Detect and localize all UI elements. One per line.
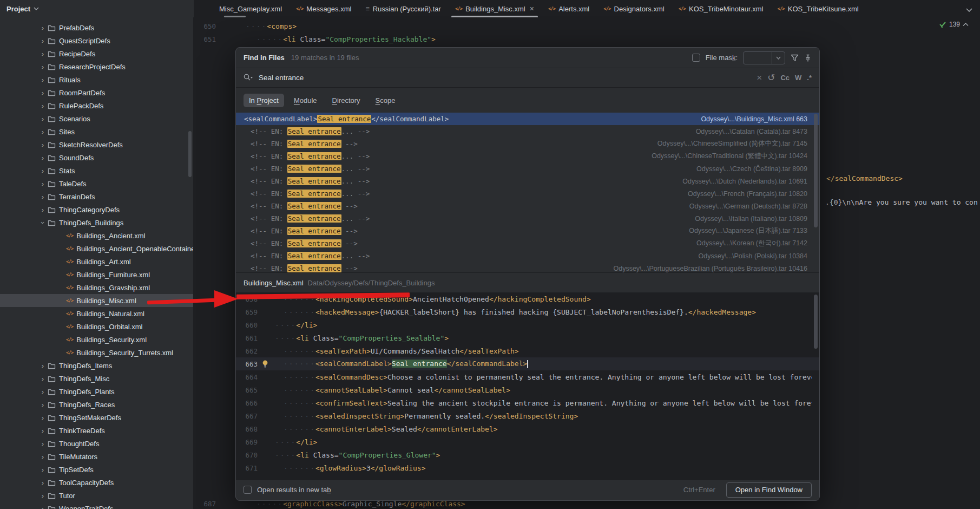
chevron-collapsed-icon[interactable]: › [39, 440, 47, 448]
filter-icon[interactable] [791, 54, 799, 62]
chevron-collapsed-icon[interactable]: › [39, 388, 47, 396]
preview-line[interactable]: 668······<cannotEnterLabel>Sealed</canno… [236, 422, 819, 435]
tree-item-sites[interactable]: ›Sites [0, 125, 194, 138]
match-case-toggle[interactable]: Cc [780, 74, 790, 82]
result-row[interactable]: <!-- EN: Seal entrance... -->Odyssey\...… [236, 162, 819, 175]
chevron-collapsed-icon[interactable]: › [39, 37, 47, 45]
tree-item-tipsetdefs[interactable]: ›TipSetDefs [0, 463, 194, 476]
tree-item-buildings-security-xml[interactable]: </>Buildings_Security.xml [0, 333, 194, 346]
tree-item-thinktreedefs[interactable]: ›ThinkTreeDefs [0, 424, 194, 437]
tree-item-toolcapacitydefs[interactable]: ›ToolCapacityDefs [0, 476, 194, 489]
preview-line[interactable]: 660····</li> [236, 318, 819, 331]
tree-item-thingcategorydefs[interactable]: ›ThingCategoryDefs [0, 203, 194, 216]
search-icon[interactable] [244, 74, 253, 82]
tree-item-thingsetmakerdefs[interactable]: ›ThingSetMakerDefs [0, 411, 194, 424]
preview-scrollbar[interactable] [814, 295, 818, 349]
tree-item-roompartdefs[interactable]: ›RoomPartDefs [0, 86, 194, 99]
result-row[interactable]: <!-- EN: Seal entrance -->Odyssey\...\Ch… [236, 138, 819, 150]
tab-misc-gameplay-xml[interactable]: Misc_Gameplay.xml [212, 0, 289, 17]
tree-item-sketchresolverdefs[interactable]: ›SketchResolverDefs [0, 138, 194, 151]
tree-item-taledefs[interactable]: ›TaleDefs [0, 177, 194, 190]
tab-designators-xml[interactable]: </>Designators.xml [596, 0, 671, 17]
chevron-collapsed-icon[interactable]: › [39, 193, 47, 201]
preview-line[interactable]: 659······<hackedMessage>{HACKER_labelSho… [236, 305, 819, 318]
preview-line[interactable]: 670····<li Class="CompProperties_Glower"… [236, 448, 819, 461]
chevron-collapsed-icon[interactable]: › [39, 180, 47, 188]
chevron-collapsed-icon[interactable]: › [39, 76, 47, 84]
close-icon[interactable]: × [530, 4, 534, 13]
chevron-collapsed-icon[interactable]: › [39, 453, 47, 461]
tree-scrollbar[interactable] [188, 131, 192, 177]
tab-kos-tribeminotaur-xml[interactable]: </>KOS_TribeMinotaur.xml [672, 0, 771, 17]
chevron-collapsed-icon[interactable]: › [39, 505, 47, 509]
chevron-collapsed-icon[interactable]: › [39, 427, 47, 435]
chevron-collapsed-icon[interactable]: › [39, 128, 47, 136]
result-row[interactable]: <!-- EN: Seal entrance... -->Odyssey\...… [236, 250, 819, 262]
tab-buildings-misc-xml[interactable]: </>Buildings_Misc.xml× [448, 0, 541, 17]
pin-icon[interactable] [804, 54, 812, 62]
result-row[interactable]: <!-- EN: Seal entrance... -->Odyssey\...… [236, 125, 819, 138]
result-row[interactable]: <sealCommandLabel>Seal entrance</sealCom… [236, 113, 819, 125]
tab-overflow-chevron-icon[interactable] [966, 5, 972, 15]
dialog-header[interactable]: Find in Files 19 matches in 19 files Fil… [236, 48, 819, 68]
preview-line[interactable]: 665······<cannotSealLabel>Cannot seal</c… [236, 383, 819, 396]
tree-item-sounddefs[interactable]: ›SoundDefs [0, 151, 194, 164]
tree-item-questscriptdefs[interactable]: ›QuestScriptDefs [0, 34, 194, 47]
code-preview-pane[interactable]: 658······<hackingCompletedSound>AncientH… [236, 292, 819, 480]
chevron-collapsed-icon[interactable]: › [39, 167, 47, 175]
preview-line[interactable]: 664······<sealCommandDesc>Choose a colon… [236, 370, 819, 383]
chevron-collapsed-icon[interactable]: › [39, 102, 47, 110]
preview-line[interactable]: 666······<confirmSealText>Sealing the an… [236, 396, 819, 409]
tree-item-weapontraitdefs[interactable]: ›WeaponTraitDefs [0, 502, 194, 509]
preview-line[interactable]: 663······<sealCommandLabel>Seal entrance… [236, 357, 819, 370]
result-row[interactable]: <!-- EN: Seal entrance -->Odyssey\...\Po… [236, 262, 819, 272]
tree-item-tutor[interactable]: ›Tutor [0, 489, 194, 502]
chevron-collapsed-icon[interactable]: › [39, 414, 47, 422]
chevron-collapsed-icon[interactable]: › [39, 466, 47, 474]
search-history-icon[interactable]: ↺ [767, 72, 775, 83]
result-row[interactable]: <!-- EN: Seal entrance -->Odyssey\...\Ko… [236, 237, 819, 250]
tab-russian-tar[interactable]: ≡Russian (Русский).tar [358, 0, 448, 17]
preview-line[interactable]: 661····<li Class="CompProperties_Sealabl… [236, 331, 819, 344]
tree-item-rituals[interactable]: ›Rituals [0, 73, 194, 86]
tree-item-terraindefs[interactable]: ›TerrainDefs [0, 190, 194, 203]
chevron-collapsed-icon[interactable]: › [39, 115, 47, 123]
preview-line[interactable]: 669····</li> [236, 435, 819, 448]
tree-item-buildings-furniture-xml[interactable]: </>Buildings_Furniture.xml [0, 268, 194, 281]
search-input[interactable] [259, 74, 751, 82]
result-row[interactable]: <!-- EN: Seal entrance -->Odyssey\...\Ge… [236, 200, 819, 212]
scope-in-project[interactable]: In Project [244, 94, 284, 107]
file-mask-combo[interactable] [743, 51, 785, 64]
tree-item-buildings-natural-xml[interactable]: </>Buildings_Natural.xml [0, 307, 194, 320]
chevron-collapsed-icon[interactable]: › [39, 89, 47, 97]
file-mask-checkbox[interactable] [692, 54, 700, 62]
scope-directory[interactable]: Directory [327, 94, 366, 107]
chevron-collapsed-icon[interactable]: › [39, 24, 47, 32]
chevron-collapsed-icon[interactable]: › [39, 206, 47, 214]
result-row[interactable]: <!-- EN: Seal entrance... -->Odyssey\...… [236, 150, 819, 162]
tree-item-buildings-gravship-xml[interactable]: </>Buildings_Gravship.xml [0, 281, 194, 294]
chevron-collapsed-icon[interactable]: › [39, 362, 47, 370]
preview-line[interactable]: 671······<glowRadius>3</glowRadius> [236, 461, 819, 474]
tree-item-buildings-ancient-xml[interactable]: </>Buildings_Ancient.xml [0, 229, 194, 242]
project-tool-window-header[interactable]: Project [0, 0, 194, 17]
tree-item-tilemutators[interactable]: ›TileMutators [0, 450, 194, 463]
open-in-new-tab-checkbox[interactable] [244, 486, 252, 494]
result-row[interactable]: <!-- EN: Seal entrance... -->Odyssey\...… [236, 187, 819, 200]
result-row[interactable]: <!-- EN: Seal entrance -->Odyssey\...\Ja… [236, 225, 819, 237]
results-scrollbar[interactable] [814, 114, 818, 227]
tree-item-thingdefs-items[interactable]: ›ThingDefs_Items [0, 359, 194, 372]
tree-item-buildings-orbital-xml[interactable]: </>Buildings_Orbital.xml [0, 320, 194, 333]
result-row[interactable]: <!-- EN: Seal entrance... -->Odyssey\...… [236, 175, 819, 187]
tab-kos-tribekitsune-xml[interactable]: </>KOS_TribeKitsune.xml [770, 0, 865, 17]
tree-item-thingdefs-races[interactable]: ›ThingDefs_Races [0, 398, 194, 411]
result-row[interactable]: <!-- EN: Seal entrance... -->Odyssey\...… [236, 212, 819, 225]
tree-item-thingdefs-plants[interactable]: ›ThingDefs_Plants [0, 385, 194, 398]
tree-item-buildings-ancient-openablecontainers-xm[interactable]: </>Buildings_Ancient_OpenableContainers.… [0, 242, 194, 255]
tab-alerts-xml[interactable]: </>Alerts.xml [541, 0, 596, 17]
chevron-down-icon[interactable] [34, 7, 39, 10]
preview-file-header[interactable]: Buildings_Misc.xml Data/Odyssey/Defs/Thi… [236, 272, 819, 292]
tree-item-scenarios[interactable]: ›Scenarios [0, 112, 194, 125]
chevron-collapsed-icon[interactable]: › [39, 401, 47, 409]
tree-item-buildings-art-xml[interactable]: </>Buildings_Art.xml [0, 255, 194, 268]
